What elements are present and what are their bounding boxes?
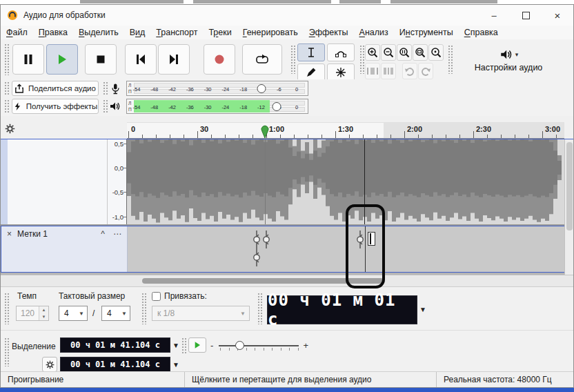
snap-mode-select[interactable]: к 1/8 ▼: [152, 306, 250, 321]
zoom-in-icon: [366, 46, 379, 59]
toolbar-grip[interactable]: [4, 43, 9, 75]
envelope-tool-button[interactable]: [327, 43, 355, 61]
vertical-scrollbar-thumb[interactable]: [566, 142, 573, 231]
selection-options-button[interactable]: [42, 357, 57, 372]
close-track-button[interactable]: ×: [7, 229, 12, 239]
toolbar-grip[interactable]: [4, 81, 9, 95]
gear-icon: [46, 360, 55, 369]
meter-gain-slider-thumb[interactable]: [257, 84, 266, 93]
horizontal-scrollbar[interactable]: [1, 275, 573, 286]
time-signature-numerator-select[interactable]: 4 ▼: [59, 306, 88, 321]
zoom-selection-button[interactable]: [397, 44, 412, 61]
menu-item-8[interactable]: Анализ: [354, 28, 394, 37]
maximize-button[interactable]: [510, 5, 542, 26]
share-audio-button[interactable]: Поделиться аудио: [12, 81, 99, 96]
selection-end-field[interactable]: 00 ч 01 м 41.104 с: [60, 357, 170, 372]
toolbar-grip[interactable]: [257, 293, 262, 324]
meter-scale-label: -36: [186, 104, 194, 110]
zoom-in-button[interactable]: [365, 44, 380, 61]
loop-button[interactable]: [242, 44, 282, 75]
snap-checkbox[interactable]: [152, 292, 161, 301]
zoom-selection-icon: [398, 46, 410, 59]
timeline-options-button[interactable]: [3, 121, 17, 135]
selection-tool-icon: [305, 46, 317, 59]
tempo-label: Темп: [17, 291, 37, 301]
toolbar-grip[interactable]: [103, 99, 108, 113]
minimize-button[interactable]: –: [478, 5, 510, 26]
redo-button[interactable]: [418, 63, 433, 79]
selection-format-dropdown-arrow[interactable]: ▼: [172, 361, 179, 369]
recording-meter[interactable]: ЛП-54-48-42-36-30-24-18-12-60: [126, 81, 308, 96]
label-track-control-panel[interactable]: × Метки 1 ^ ⋯: [1, 226, 128, 272]
pause-button[interactable]: [12, 44, 44, 75]
playhead-pin[interactable]: [260, 125, 270, 141]
zoom-toggle-button[interactable]: [428, 44, 444, 61]
toolbar-grip[interactable]: [181, 337, 186, 354]
spin-down-icon[interactable]: ▼: [39, 313, 48, 320]
speed-slider-thumb[interactable]: [235, 341, 244, 350]
snap-label: Привязать:: [164, 291, 207, 301]
menu-item-0[interactable]: Файл: [1, 28, 33, 37]
label-marker[interactable]: [252, 231, 261, 248]
skip-to-start-button[interactable]: [125, 44, 157, 75]
collapse-track-button[interactable]: ^: [101, 229, 105, 239]
menu-item-10[interactable]: Справка: [459, 28, 504, 37]
ruler-major-tick: [128, 131, 129, 138]
meter-gain-slider-thumb[interactable]: [272, 102, 281, 111]
slider-tick: [255, 348, 255, 351]
selection-start-field[interactable]: 00 ч 01 м 41.104 с: [60, 337, 170, 353]
menu-item-2[interactable]: Выделить: [73, 28, 124, 37]
toolbar-grip[interactable]: [4, 337, 9, 366]
silence-selection-button[interactable]: [381, 63, 396, 79]
label-marker[interactable]: [252, 248, 261, 266]
vruler-tick: [123, 192, 126, 193]
menu-item-3[interactable]: Вид: [124, 28, 151, 37]
skip-to-end-button[interactable]: [158, 44, 190, 75]
toolbar-grip[interactable]: [103, 81, 108, 95]
selection-tool-button[interactable]: [297, 43, 325, 61]
zoom-project-button[interactable]: [413, 44, 428, 61]
menu-item-1[interactable]: Правка: [33, 28, 73, 37]
tempo-spinner[interactable]: 120 ▲▼: [16, 306, 49, 321]
menu-item-9[interactable]: Инструменты: [394, 28, 459, 37]
ruler-major-tick: [335, 131, 336, 138]
menu-item-7[interactable]: Эффекты: [304, 28, 354, 37]
trim-outside-selection-button[interactable]: [365, 63, 380, 79]
vertical-scrollbar[interactable]: [564, 139, 573, 275]
spin-up-icon[interactable]: ▲: [39, 306, 48, 313]
toolbar-grip[interactable]: [359, 45, 364, 74]
ruler-minor-tick: [308, 135, 308, 138]
track-menu-button[interactable]: ⋯: [113, 229, 121, 239]
record-button[interactable]: [204, 44, 235, 75]
time-format-dropdown-arrow[interactable]: ▼: [419, 306, 426, 313]
toolbar-grip[interactable]: [290, 45, 295, 74]
playback-meter[interactable]: ЛП-54-48-42-36-30-24-18-12-60: [126, 99, 308, 114]
menu-item-4[interactable]: Транспорт: [150, 28, 203, 37]
undo-button[interactable]: [402, 63, 417, 79]
menu-item-5[interactable]: Треки: [203, 28, 237, 37]
audio-track-control-panel[interactable]: [8, 139, 108, 224]
vertical-scale-ruler[interactable]: 0,50,0-0,5-1,0: [108, 139, 127, 224]
play-at-speed-button[interactable]: [188, 337, 206, 353]
label-marker[interactable]: [261, 231, 271, 248]
playback-speed-slider[interactable]: - +: [210, 336, 308, 355]
stop-button[interactable]: [85, 44, 117, 75]
toolbar-grip[interactable]: [4, 293, 9, 324]
audio-settings-button[interactable]: ▾ Настройки аудио: [453, 43, 564, 77]
audio-track-selection-strip[interactable]: [1, 139, 8, 224]
label-track-name[interactable]: Метки 1: [17, 229, 48, 239]
zoom-out-button[interactable]: [381, 44, 396, 61]
time-signature-denominator-select[interactable]: 4 ▼: [101, 306, 130, 321]
audio-position-display[interactable]: 00 ч 01 м 01 с: [267, 295, 417, 324]
play-button[interactable]: [46, 44, 78, 75]
timeline-ruler[interactable]: 0301:001:302:002:303:00: [127, 122, 564, 139]
ruler-time-label: 3:00: [545, 125, 560, 133]
toolbar-grip[interactable]: [141, 293, 146, 324]
toolbar-grip[interactable]: [4, 99, 9, 113]
selection-format-dropdown-arrow[interactable]: ▼: [172, 342, 179, 349]
close-button[interactable]: ×: [542, 5, 573, 26]
toolbar-grip[interactable]: [448, 45, 453, 74]
spinner-arrows[interactable]: ▲▼: [39, 306, 48, 320]
get-effects-button[interactable]: Получить эффекты: [12, 99, 99, 114]
menu-item-6[interactable]: Генерировать: [237, 28, 304, 37]
